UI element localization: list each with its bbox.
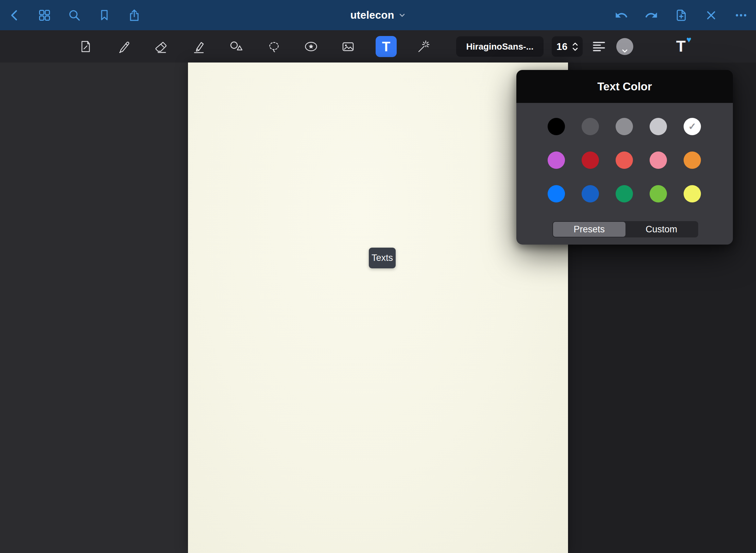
add-page-button[interactable] (674, 8, 688, 22)
swatch-red[interactable] (616, 151, 633, 169)
canvas-text-object[interactable]: Texts (369, 248, 396, 268)
favorite-heart-icon: ♥ (686, 35, 691, 44)
top-navigation-bar: utelecon (0, 0, 756, 30)
font-selector-button[interactable]: HiraginoSans-... (456, 36, 544, 57)
elements-star-icon (303, 38, 319, 55)
top-bar-right-group (615, 0, 748, 30)
note-page[interactable] (188, 63, 568, 553)
swatch-yellow[interactable] (684, 185, 701, 202)
redo-button[interactable] (645, 8, 658, 22)
font-size-stepper[interactable]: 16 (552, 36, 583, 57)
shapes-icon (228, 38, 244, 55)
swatch-white[interactable]: ✓ (684, 118, 701, 135)
swatch-dark-gray[interactable] (582, 118, 599, 135)
text-tool-glyph: T (382, 39, 390, 54)
tab-presets[interactable]: Presets (553, 222, 625, 237)
popover-title: Text Color (516, 70, 733, 103)
redo-icon (645, 8, 658, 22)
swatch-blue[interactable] (548, 185, 565, 202)
tool-shapes[interactable] (228, 38, 244, 55)
tool-eraser[interactable] (153, 38, 170, 55)
swatch-green[interactable] (616, 185, 633, 202)
more-button[interactable] (734, 8, 748, 22)
laser-pointer-icon (415, 38, 431, 55)
tool-elements[interactable] (303, 38, 319, 55)
presets-custom-segmented-control: Presets Custom (552, 221, 698, 237)
swatch-pink[interactable] (650, 151, 667, 169)
more-ellipsis-icon (734, 8, 748, 22)
lasso-icon (266, 38, 282, 55)
swatch-dark-red[interactable] (582, 151, 599, 169)
tool-lasso[interactable] (266, 38, 282, 55)
swatch-purple[interactable] (548, 151, 565, 169)
tool-pen[interactable] (116, 38, 132, 55)
swatch-orange[interactable] (684, 151, 701, 169)
page-mode-icon (78, 38, 94, 55)
close-icon (704, 8, 718, 22)
color-chevron-down-icon (622, 49, 628, 53)
eraser-icon (153, 38, 170, 55)
tab-custom[interactable]: Custom (625, 222, 698, 237)
color-swatch-grid: ✓ (548, 118, 701, 202)
pen-icon (116, 38, 132, 55)
tool-image[interactable] (340, 38, 356, 55)
tool-laser-pointer[interactable] (415, 38, 431, 55)
tool-text-active[interactable]: T (376, 36, 397, 57)
text-favorite-button[interactable]: T ♥ (672, 35, 689, 57)
font-size-value: 16 (556, 41, 567, 52)
title-chevron-down-icon (398, 12, 406, 19)
tool-highlighter[interactable] (191, 38, 207, 55)
undo-icon (615, 8, 628, 22)
popover-body: ✓ Presets Custom (516, 103, 733, 245)
swatch-light-green[interactable] (650, 185, 667, 202)
font-name-label: HiraginoSans-... (466, 41, 534, 52)
canvas-background-left (0, 63, 188, 553)
text-color-button[interactable] (616, 38, 633, 55)
swatch-gray[interactable] (616, 118, 633, 135)
close-button[interactable] (704, 8, 718, 22)
document-title[interactable]: utelecon (350, 9, 394, 21)
highlighter-icon (191, 38, 207, 55)
text-alignment-button[interactable] (591, 39, 606, 54)
swatch-light-gray[interactable] (650, 118, 667, 135)
text-align-icon (591, 39, 606, 54)
swatch-black[interactable] (548, 118, 565, 135)
undo-button[interactable] (615, 8, 628, 22)
selected-check-icon: ✓ (684, 118, 701, 135)
add-page-icon (674, 8, 688, 22)
stepper-chevrons-icon (572, 42, 578, 51)
text-color-popover: Text Color ✓ Presets Custom (516, 70, 733, 245)
favorite-t-glyph: T (676, 37, 686, 55)
swatch-dark-blue[interactable] (582, 185, 599, 202)
image-icon (340, 38, 356, 55)
tool-page-mode[interactable] (78, 38, 94, 55)
